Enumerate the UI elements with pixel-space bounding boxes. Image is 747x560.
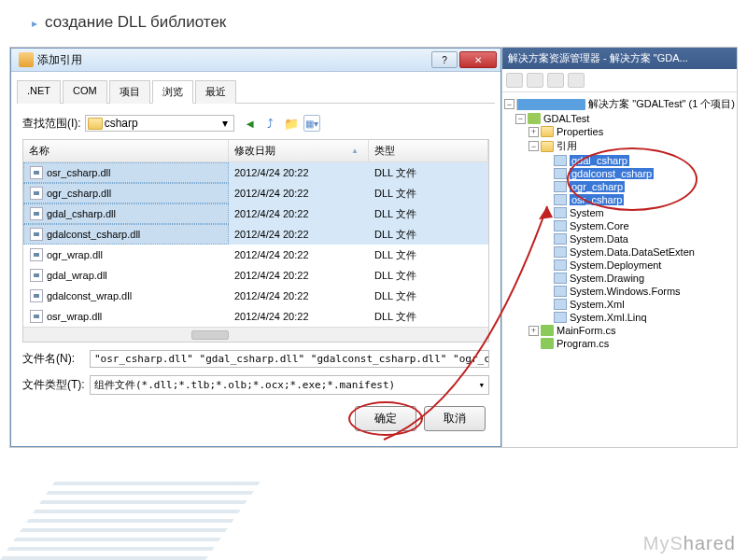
filename-row: 文件名(N): "osr_csharp.dll" "gdal_csharp.dl… (17, 346, 495, 371)
close-button[interactable]: ✕ (459, 51, 497, 68)
tab-COM[interactable]: COM (63, 80, 107, 104)
filetype-row: 文件类型(T): 组件文件(*.dll;*.tlb;*.olb;*.ocx;*.… (17, 371, 495, 399)
watermark: MyShared (643, 533, 736, 554)
ref-icon (554, 286, 567, 297)
new-folder-icon[interactable]: 📁 (283, 115, 300, 132)
view-code-icon[interactable] (568, 73, 585, 88)
tree-node[interactable]: System.Core (504, 219, 735, 232)
tab-最近[interactable]: 最近 (195, 80, 236, 104)
slide-title: создание DLL библиотек (32, 13, 226, 32)
file-row[interactable]: osr_wrap.dll2012/4/24 20:22DLL 文件 (23, 306, 488, 327)
tree-node[interactable]: gdal_csharp (504, 154, 735, 167)
dialog-buttons: 确定 取消 (17, 399, 495, 439)
cancel-button[interactable]: 取消 (424, 406, 486, 431)
tree-node[interactable]: System.Data.DataSetExten (504, 245, 735, 259)
tree-node[interactable]: System.Windows.Forms (504, 285, 735, 298)
solution-tree: −解决方案 "GDALTest" (1 个项目)−GDALTest+Proper… (502, 92, 737, 447)
file-list-header: 名称 修改日期▲ 类型 (23, 140, 488, 162)
back-icon[interactable]: ◄ (242, 115, 259, 132)
tree-node[interactable]: System.Xml.Linq (504, 311, 735, 324)
col-date[interactable]: 修改日期▲ (229, 140, 369, 161)
ref-icon (554, 312, 567, 323)
col-name[interactable]: 名称 (23, 140, 229, 161)
file-icon (30, 166, 43, 179)
views-icon[interactable]: ▦▾ (303, 115, 320, 132)
toggle-icon[interactable]: + (529, 127, 539, 137)
tree-node[interactable]: −GDALTest (504, 112, 735, 125)
toggle-icon[interactable]: + (529, 326, 539, 336)
lookin-label: 查找范围(I): (22, 116, 81, 132)
dialog-body: .NETCOM项目浏览最近 查找范围(I): csharp ▾ ◄ ⤴ 📁 ▦▾… (11, 72, 500, 446)
file-icon (30, 187, 43, 200)
file-row[interactable]: ogr_csharp.dll2012/4/24 20:22DLL 文件 (23, 183, 488, 203)
tree-node[interactable]: System.Xml (504, 298, 735, 311)
file-icon (30, 289, 43, 302)
file-row[interactable]: gdalconst_wrap.dll2012/4/24 20:22DLL 文件 (23, 286, 488, 306)
filetype-select[interactable]: 组件文件(*.dll;*.tlb;*.olb;*.ocx;*.exe;*.man… (90, 375, 489, 395)
toggle-icon[interactable]: − (529, 141, 539, 151)
file-icon (30, 310, 43, 323)
file-list: 名称 修改日期▲ 类型 osr_csharp.dll2012/4/24 20:2… (22, 139, 489, 343)
help-button[interactable]: ? (431, 51, 458, 68)
fld-icon (541, 126, 554, 137)
ref-icon (554, 299, 567, 310)
file-icon (30, 228, 43, 241)
filetype-label: 文件类型(T): (22, 377, 90, 393)
tree-node[interactable]: ogr_csharp (504, 180, 735, 193)
file-row[interactable]: osr_csharp.dll2012/4/24 20:22DLL 文件 (23, 162, 488, 183)
sort-asc-icon: ▲ (351, 147, 359, 155)
tree-node[interactable]: −引用 (504, 138, 735, 154)
ref-icon (554, 273, 567, 284)
filename-input[interactable]: "osr_csharp.dll" "gdal_csharp.dll" "gdal… (90, 350, 489, 368)
show-all-icon[interactable] (527, 73, 543, 88)
file-icon (30, 248, 43, 261)
folder-name: csharp (105, 117, 138, 130)
col-type[interactable]: 类型 (369, 140, 488, 161)
h-scrollbar[interactable] (23, 327, 488, 342)
file-toolbar: ◄ ⤴ 📁 ▦▾ (242, 115, 320, 132)
tree-node[interactable]: osr_csharp (504, 193, 735, 206)
tree-node[interactable]: System.Deployment (504, 259, 735, 272)
prj-icon (528, 113, 541, 124)
tab-浏览[interactable]: 浏览 (152, 80, 193, 104)
ref-icon (554, 194, 567, 205)
toggle-icon[interactable]: − (515, 114, 526, 124)
screenshot-container: 添加引用 ? ✕ .NETCOM项目浏览最近 查找范围(I): csharp ▾… (9, 47, 738, 448)
tree-node[interactable]: Program.cs (504, 337, 735, 350)
solution-toolbar (502, 69, 737, 92)
ok-button[interactable]: 确定 (355, 406, 416, 431)
file-row[interactable]: gdal_csharp.dll2012/4/24 20:22DLL 文件 (23, 203, 488, 224)
dialog-titlebar[interactable]: 添加引用 ? ✕ (11, 49, 500, 72)
refresh-icon[interactable] (547, 73, 564, 88)
tabs: .NETCOM项目浏览最近 (17, 79, 495, 104)
tree-node[interactable]: System.Drawing (504, 272, 735, 285)
tree-node[interactable]: System.Data (504, 232, 735, 245)
tab-.NET[interactable]: .NET (17, 80, 61, 104)
tab-项目[interactable]: 项目 (109, 80, 150, 104)
tree-node[interactable]: gdalconst_csharp (504, 167, 735, 180)
add-reference-dialog: 添加引用 ? ✕ .NETCOM项目浏览最近 查找范围(I): csharp ▾… (10, 48, 501, 447)
ref-icon (554, 233, 567, 245)
file-row[interactable]: gdalconst_csharp.dll2012/4/24 20:22DLL 文… (23, 224, 488, 245)
folder-combo[interactable]: csharp ▾ (85, 115, 234, 132)
solution-explorer: 解决方案资源管理器 - 解决方案 "GDA... −解决方案 "GDALTest… (501, 48, 737, 447)
ref-icon (554, 220, 567, 231)
toggle-icon[interactable]: − (504, 99, 514, 109)
app-icon (19, 52, 34, 67)
file-row[interactable]: gdal_wrap.dll2012/4/24 20:22DLL 文件 (23, 265, 488, 286)
tree-node[interactable]: +Properties (504, 125, 735, 138)
file-icon (30, 207, 43, 220)
properties-icon[interactable] (506, 73, 523, 88)
file-icon (30, 269, 43, 282)
file-row[interactable]: ogr_wrap.dll2012/4/24 20:22DLL 文件 (23, 245, 488, 265)
up-icon[interactable]: ⤴ (262, 115, 279, 132)
sln-icon (516, 99, 585, 110)
lookin-row: 查找范围(I): csharp ▾ ◄ ⤴ 📁 ▦▾ (17, 111, 495, 135)
tree-node[interactable]: +MainForm.cs (504, 324, 735, 337)
scroll-thumb[interactable] (191, 330, 229, 340)
ref-icon (554, 181, 567, 192)
ref-icon (554, 168, 567, 179)
tree-node[interactable]: System (504, 206, 735, 219)
ref-icon (554, 246, 567, 258)
tree-node[interactable]: −解决方案 "GDALTest" (1 个项目) (504, 96, 735, 112)
